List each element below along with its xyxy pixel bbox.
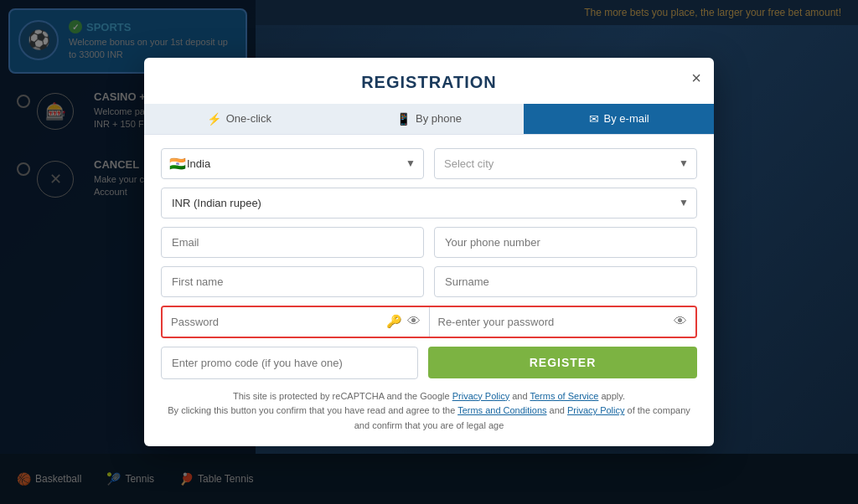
password-input[interactable]	[171, 307, 386, 337]
country-select-wrapper: 🇮🇳 India ▼	[161, 148, 424, 179]
reenter-password-field: 👁	[430, 307, 696, 337]
tab-by-email[interactable]: ✉ By e-mail	[524, 104, 714, 134]
close-button[interactable]: ×	[691, 69, 701, 86]
legal-line1: This site is protected by reCAPTCHA and …	[161, 389, 697, 404]
password-field: 🔑 👁	[163, 307, 430, 337]
registration-modal: REGISTRATION × ⚡ One-click 📱 By phone ✉ …	[144, 58, 714, 447]
email-phone-row	[161, 227, 697, 258]
legal-text: This site is protected by reCAPTCHA and …	[161, 389, 697, 434]
tab-by-phone[interactable]: 📱 By phone	[334, 104, 525, 134]
tab-by-email-label: By e-mail	[604, 112, 649, 125]
registration-tabs: ⚡ One-click 📱 By phone ✉ By e-mail	[144, 104, 714, 135]
reenter-eye-icon[interactable]: 👁	[674, 314, 687, 329]
legal-and1: and	[512, 391, 530, 401]
tab-one-click-label: One-click	[226, 112, 271, 125]
email-input[interactable]	[161, 227, 424, 258]
reenter-password-input[interactable]	[438, 307, 675, 337]
city-select[interactable]	[434, 148, 697, 179]
phone-icon: 📱	[396, 112, 411, 126]
password-icons: 🔑 👁	[386, 314, 421, 329]
city-select-wrapper: Select city ▼	[434, 148, 697, 179]
terms-of-service-link[interactable]: Terms of Service	[530, 391, 598, 401]
password-row: 🔑 👁 👁	[161, 306, 697, 338]
lightning-icon: ⚡	[207, 112, 221, 126]
currency-select-wrapper: INR (Indian rupee) ▼	[161, 188, 697, 219]
surname-input[interactable]	[434, 266, 697, 297]
key-icon: 🔑	[386, 314, 402, 329]
register-button[interactable]: REGISTER	[428, 347, 697, 378]
privacy-policy-link2[interactable]: Privacy Policy	[567, 405, 624, 415]
currency-row: INR (Indian rupee) ▼	[161, 188, 697, 219]
terms-conditions-link[interactable]: Terms and Conditions	[457, 405, 546, 415]
firstname-input[interactable]	[161, 266, 424, 297]
legal-and2: and	[550, 405, 567, 415]
modal-body: 🇮🇳 India ▼ Select city ▼	[144, 135, 714, 447]
legal-apply: apply.	[601, 391, 625, 401]
eye-slash-icon[interactable]: 👁	[407, 314, 421, 329]
tab-one-click[interactable]: ⚡ One-click	[144, 104, 334, 134]
name-row	[161, 266, 697, 297]
promo-input[interactable]	[161, 347, 418, 379]
legal-agree-text: By clicking this button you confirm that…	[168, 405, 457, 415]
legal-recaptcha-text: This site is protected by reCAPTCHA and …	[233, 391, 452, 401]
modal-header: REGISTRATION ×	[144, 58, 714, 104]
phone-input[interactable]	[434, 227, 697, 258]
currency-select[interactable]: INR (Indian rupee)	[161, 188, 697, 219]
tab-by-phone-label: By phone	[416, 112, 462, 125]
legal-line2: By clicking this button you confirm that…	[161, 404, 697, 433]
country-select[interactable]: India	[161, 148, 424, 179]
modal-overlay: REGISTRATION × ⚡ One-click 📱 By phone ✉ …	[0, 0, 858, 504]
country-city-row: 🇮🇳 India ▼ Select city ▼	[161, 148, 697, 179]
modal-title: REGISTRATION	[161, 73, 697, 92]
email-icon: ✉	[589, 112, 599, 126]
privacy-policy-link1[interactable]: Privacy Policy	[452, 391, 509, 401]
promo-register-row: REGISTER	[161, 347, 697, 379]
